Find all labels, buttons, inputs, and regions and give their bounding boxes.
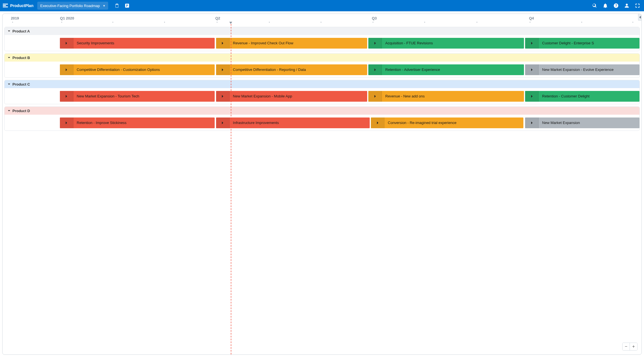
help-icon[interactable] xyxy=(612,2,620,9)
chevron-right-icon[interactable] xyxy=(525,91,539,102)
chevron-right-icon[interactable] xyxy=(60,64,73,75)
roadmap-bar[interactable]: Retention - Customer Delight xyxy=(525,91,639,102)
timeline-label: Q3 xyxy=(372,16,377,20)
chevron-right-icon[interactable] xyxy=(525,64,539,75)
roadmap-bar[interactable]: Security Improvements xyxy=(60,38,215,49)
chevron-right-icon[interactable] xyxy=(60,117,73,128)
svg-rect-0 xyxy=(3,4,8,5)
lane: Product ASecurity ImprovementsRevenue - … xyxy=(4,27,640,51)
lane-body: New Market Expansion - Tourism TechNew M… xyxy=(5,88,639,104)
timeline-label: 2019 xyxy=(11,16,19,20)
timeline-tick xyxy=(373,22,373,23)
roadmap-bar[interactable]: Retention - Advertiser Experience xyxy=(368,64,524,75)
zoom-in-button[interactable]: + xyxy=(630,343,637,350)
bell-icon[interactable] xyxy=(602,2,609,9)
roadmap-bar[interactable]: Conversion - Re-imagined trial experienc… xyxy=(371,117,523,128)
roadmap-bar-label: New Market Expansion - Tourism Tech xyxy=(73,91,215,102)
brand-icon xyxy=(3,4,8,8)
lane-title: Product A xyxy=(12,29,30,33)
chevron-right-icon[interactable] xyxy=(371,117,384,128)
timeline-label: Q1 2020 xyxy=(60,16,74,20)
roadmap-bar[interactable]: Infrastructure Improvements xyxy=(216,117,370,128)
roadmap-bar-label: Retention - Customer Delight xyxy=(539,91,639,102)
roadmap-bar[interactable]: New Market Expansion xyxy=(525,117,639,128)
today-marker-icon xyxy=(229,22,232,24)
chevron-down-icon xyxy=(7,109,11,112)
timeline-tick xyxy=(321,22,321,23)
chevron-right-icon[interactable] xyxy=(216,38,230,49)
brand: ProductPlan xyxy=(3,3,33,8)
roadmap-bar[interactable]: Competitive Differentiation - Customizat… xyxy=(60,64,215,75)
chevron-right-icon[interactable] xyxy=(216,64,230,75)
lane-title: Product D xyxy=(12,109,30,113)
chevron-down-icon: ▼ xyxy=(103,4,105,7)
chevron-down-icon xyxy=(7,29,11,33)
chevron-right-icon[interactable] xyxy=(60,38,73,49)
roadmap-bar-label: New Market Expansion - Mobile App xyxy=(230,91,367,102)
roadmap-bar-label: Conversion - Re-imagined trial experienc… xyxy=(384,117,523,128)
lanes-container: Product ASecurity ImprovementsRevenue - … xyxy=(3,25,641,133)
roadmap-bar-label: Retention - Advertiser Experience xyxy=(382,64,524,75)
lane-body: Retention - Improve StickinessInfrastruc… xyxy=(5,115,639,130)
roadmap-bar[interactable]: Acquisition - FTUE Revisions xyxy=(368,38,524,49)
timeline-header: 2019Q1 2020Q2Q3Q4 xyxy=(3,14,641,25)
roadmap-name: Executive-Facing Portfolio Roadmap xyxy=(40,4,100,8)
chevron-right-icon[interactable] xyxy=(368,64,382,75)
chevron-right-icon[interactable] xyxy=(368,38,382,49)
roadmap-bar[interactable]: Revenue - New add ons xyxy=(368,91,524,102)
lane: Product CNew Market Expansion - Tourism … xyxy=(4,80,640,104)
lane-body: Competitive Differentiation - Customizat… xyxy=(5,62,639,77)
chevron-right-icon[interactable] xyxy=(368,91,382,102)
chevron-right-icon[interactable] xyxy=(216,91,230,102)
clipboard-icon[interactable] xyxy=(113,2,121,9)
timeline-label: Q2 xyxy=(215,16,220,20)
timeline-tick xyxy=(217,22,217,23)
roadmap-bar[interactable]: New Market Expansion - Tourism Tech xyxy=(60,91,215,102)
lane: Product BCompetitive Differentiation - C… xyxy=(4,53,640,78)
chevron-right-icon[interactable] xyxy=(216,117,230,128)
fullscreen-icon[interactable] xyxy=(634,2,641,9)
chevron-right-icon[interactable] xyxy=(525,117,539,128)
roadmap-bar-label: Competitive Differentiation - Reporting … xyxy=(230,64,367,75)
chevron-right-icon[interactable] xyxy=(60,91,73,102)
user-icon[interactable] xyxy=(623,2,630,9)
svg-rect-2 xyxy=(3,6,8,7)
main-area: 2019Q1 2020Q2Q3Q4 Product ASecurity Impr… xyxy=(0,11,644,357)
chevron-right-icon[interactable] xyxy=(525,38,539,49)
parking-lot-icon[interactable]: P xyxy=(123,2,131,9)
timeline-tick xyxy=(61,22,62,23)
roadmap-bar-label: Acquisition - FTUE Revisions xyxy=(382,38,524,49)
roadmap-bar-label: Retention - Improve Stickiness xyxy=(73,117,215,128)
roadmap-bar-label: Revenue - Improved Check Out Flow xyxy=(230,38,367,49)
lane-header[interactable]: Product D xyxy=(5,107,639,115)
lane-title: Product B xyxy=(12,56,30,60)
timeline-tick xyxy=(530,22,530,23)
zoom-out-button[interactable]: − xyxy=(623,343,630,350)
roadmap-bar-label: Infrastructure Improvements xyxy=(230,117,370,128)
topbar-right xyxy=(591,2,641,9)
lane-title: Product C xyxy=(12,82,30,86)
search-icon[interactable] xyxy=(591,2,598,9)
lane-body: Security ImprovementsRevenue - Improved … xyxy=(5,35,639,51)
roadmap-canvas[interactable]: 2019Q1 2020Q2Q3Q4 Product ASecurity Impr… xyxy=(2,14,642,355)
svg-rect-1 xyxy=(3,5,6,6)
roadmap-bar[interactable]: Competitive Differentiation - Reporting … xyxy=(216,64,367,75)
collapse-right-panel[interactable] xyxy=(638,14,641,21)
roadmap-bar[interactable]: Customer Delight - Enterprise S xyxy=(525,38,639,49)
roadmap-selector[interactable]: Executive-Facing Portfolio Roadmap ▼ xyxy=(37,2,108,10)
top-bar: ProductPlan Executive-Facing Portfolio R… xyxy=(0,0,644,11)
roadmap-bar[interactable]: Revenue - Improved Check Out Flow xyxy=(216,38,367,49)
lane-header[interactable]: Product A xyxy=(5,27,639,35)
lane-header[interactable]: Product B xyxy=(5,54,639,62)
timeline-tick xyxy=(112,22,113,23)
timeline-tick xyxy=(12,22,13,23)
roadmap-bar[interactable]: Retention - Improve Stickiness xyxy=(60,117,215,128)
roadmap-bar-label: Security Improvements xyxy=(73,38,215,49)
roadmap-bar[interactable]: New Market Expansion - Evolve Experience xyxy=(525,64,639,75)
chevron-down-icon xyxy=(7,82,11,86)
roadmap-bar[interactable]: New Market Expansion - Mobile App xyxy=(216,91,367,102)
lane-header[interactable]: Product C xyxy=(5,80,639,88)
topbar-tools: P xyxy=(113,2,131,9)
svg-text:P: P xyxy=(126,4,128,7)
roadmap-bar-label: New Market Expansion - Evolve Experience xyxy=(539,64,639,75)
